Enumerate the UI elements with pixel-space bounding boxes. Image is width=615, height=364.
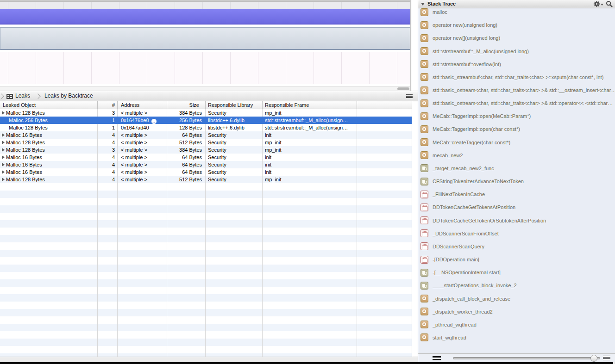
slider-thumb[interactable] bbox=[590, 355, 597, 362]
cell-address: < multiple > bbox=[121, 139, 165, 146]
library-badge-icon bbox=[420, 47, 428, 55]
table-view-icon bbox=[6, 94, 13, 99]
stack-frame[interactable]: operator new[](unsigned long) bbox=[418, 31, 615, 44]
stack-frame[interactable]: MeCab::TaggerImpl::open(MeCab::Param*) bbox=[418, 110, 615, 123]
table-row[interactable]: Malloc 128 Bytes 3 < multiple > 384 Byte… bbox=[0, 109, 412, 117]
stack-frame[interactable]: _FillNextTokenInCache bbox=[418, 188, 615, 201]
cell-size: 64 Bytes bbox=[167, 131, 202, 139]
library-badge-icon bbox=[420, 269, 428, 277]
stack-frame[interactable]: CFStringTokenizerAdvanceToNextToken bbox=[418, 175, 615, 188]
table-row[interactable]: Malloc 16 Bytes 4 < multiple > 64 Bytes … bbox=[0, 131, 412, 139]
disclosure-triangle-icon[interactable] bbox=[2, 163, 5, 167]
column-header-frame[interactable]: Responsible Frame bbox=[265, 101, 309, 109]
disclosure-triangle-icon[interactable] bbox=[2, 148, 5, 152]
disclosure-triangle-icon[interactable] bbox=[2, 155, 5, 159]
cell-library: Security bbox=[208, 176, 261, 183]
stack-frame[interactable]: -[__NSOperationInternal start] bbox=[418, 266, 615, 279]
column-divider[interactable] bbox=[167, 101, 167, 109]
cell-leaked-object: Malloc 128 Bytes bbox=[0, 139, 97, 146]
chart-right-edge bbox=[410, 0, 411, 91]
column-header-leaked-object[interactable]: Leaked Object bbox=[3, 101, 36, 109]
stack-frame[interactable]: _pthread_wqthread bbox=[418, 318, 615, 331]
table-row[interactable]: Malloc 128 Bytes 1 0x1647ad40 128 Bytes … bbox=[0, 124, 412, 131]
breadcrumb-bar: Leaks Leaks by Backtrace bbox=[0, 91, 418, 101]
collapse-frames-icon[interactable] bbox=[433, 356, 441, 360]
stack-frame[interactable]: std::strstreambuf::overflow(int) bbox=[418, 58, 615, 71]
table-row[interactable]: Malloc 16 Bytes 4 < multiple > 64 Bytes … bbox=[0, 154, 412, 161]
library-badge-icon bbox=[420, 333, 428, 341]
column-header-address[interactable]: Address bbox=[121, 101, 139, 109]
stack-frame[interactable]: std::basic_ostream<char, std::char_trait… bbox=[418, 84, 615, 97]
cell-leaked-object: Malloc 128 Bytes bbox=[0, 146, 97, 154]
cell-leaked-object: Malloc 128 Bytes bbox=[0, 176, 97, 183]
column-divider[interactable] bbox=[117, 101, 118, 109]
stack-frame[interactable]: -[DDOperation main] bbox=[418, 253, 615, 266]
expand-frames-icon[interactable] bbox=[603, 356, 610, 361]
cell-size: 64 Bytes bbox=[167, 168, 202, 176]
column-divider[interactable] bbox=[97, 101, 98, 109]
breadcrumb-leaks-by-backtrace[interactable]: Leaks by Backtrace bbox=[44, 91, 93, 101]
stack-frame[interactable]: _dispatch_call_block_and_release bbox=[418, 292, 615, 305]
cell-size: 384 Bytes bbox=[167, 146, 202, 154]
stack-frame[interactable]: std::strstreambuf::_M_alloc(unsigned lon… bbox=[418, 44, 615, 57]
stack-frame[interactable]: malloc bbox=[418, 6, 615, 19]
library-badge-icon bbox=[420, 242, 428, 250]
stack-frame[interactable]: _DDScannerScanFromOffset bbox=[418, 227, 615, 240]
cell-count: 1 bbox=[97, 124, 115, 131]
cell-size: 128 Bytes bbox=[167, 124, 202, 131]
horizontal-scrollbar[interactable] bbox=[0, 86, 410, 91]
stack-frame[interactable]: operator new(unsigned long) bbox=[418, 19, 615, 31]
table-row[interactable]: Malloc 128 Bytes 4 < multiple > 512 Byte… bbox=[0, 176, 412, 183]
stack-frame[interactable]: std::basic_ostream<char, std::char_trait… bbox=[418, 97, 615, 110]
library-badge-icon bbox=[420, 73, 428, 81]
stack-depth-slider[interactable] bbox=[453, 357, 600, 359]
cell-frame: std::strstreambuf::_M_alloc(unsign… bbox=[265, 117, 356, 124]
cell-leaked-object: Malloc 16 Bytes bbox=[0, 131, 97, 139]
stack-frame[interactable]: _dispatch_worker_thread2 bbox=[418, 305, 615, 318]
cell-frame: mp_init bbox=[265, 109, 356, 117]
stack-frame[interactable]: MeCab::createTagger(char const*) bbox=[418, 136, 615, 149]
stack-frame[interactable]: start_wqthread bbox=[418, 331, 615, 344]
disclosure-triangle-icon[interactable] bbox=[2, 133, 5, 137]
disclosure-triangle-icon[interactable] bbox=[2, 111, 5, 115]
selected-instrument-track[interactable] bbox=[0, 9, 410, 25]
stack-frame[interactable]: std::basic_streambuf<char, std::char_tra… bbox=[418, 71, 615, 84]
column-divider[interactable] bbox=[262, 101, 263, 109]
stack-frame[interactable]: DDScannerScanQuery bbox=[418, 240, 615, 253]
column-header-library[interactable]: Responsible Library bbox=[208, 101, 253, 109]
instruments-window: Leaks Leaks by Backtrace Leaked Object #… bbox=[0, 0, 615, 364]
column-divider[interactable] bbox=[205, 101, 206, 109]
cell-count: 3 bbox=[97, 146, 115, 154]
library-badge-icon bbox=[420, 308, 428, 315]
table-row[interactable]: Malloc 128 Bytes 4 < multiple > 512 Byte… bbox=[0, 139, 412, 146]
column-header-count[interactable]: # bbox=[97, 101, 115, 109]
table-row[interactable]: Malloc 16 Bytes 4 < multiple > 64 Bytes … bbox=[0, 168, 412, 176]
library-badge-icon bbox=[420, 112, 428, 120]
stack-frame[interactable]: mecab_new2 bbox=[418, 149, 615, 162]
table-bottom-strip bbox=[0, 357, 418, 362]
scrollbar-thumb[interactable] bbox=[397, 87, 409, 90]
disclosure-triangle-icon[interactable] bbox=[2, 170, 5, 174]
cell-frame: init bbox=[265, 168, 356, 176]
stack-frame[interactable]: DDTokenCacheGetTokensAtPosition bbox=[418, 201, 615, 214]
reveal-arrow-icon[interactable] bbox=[151, 119, 157, 124]
table-scrollbar-gutter[interactable] bbox=[412, 0, 418, 362]
column-divider[interactable] bbox=[357, 101, 357, 109]
cell-leaked-object: Malloc 256 Bytes bbox=[0, 117, 97, 124]
disclosure-triangle-icon[interactable] bbox=[2, 178, 5, 181]
stack-frame[interactable]: _target_mecab_new2_func bbox=[418, 162, 615, 175]
instrument-track[interactable] bbox=[0, 27, 410, 50]
stack-frame[interactable]: MeCab::TaggerImpl::open(char const*) bbox=[418, 123, 615, 136]
breadcrumb-leaks[interactable]: Leaks bbox=[15, 91, 30, 101]
table-row[interactable]: Malloc 16 Bytes 4 < multiple > 64 Bytes … bbox=[0, 161, 412, 168]
table-options-icon[interactable] bbox=[406, 94, 413, 99]
cell-library: libstdc++.6.dylib bbox=[208, 117, 261, 124]
column-header-size[interactable]: Size bbox=[167, 101, 199, 109]
table-row[interactable]: Malloc 128 Bytes 3 < multiple > 384 Byte… bbox=[0, 146, 412, 154]
stack-frame[interactable]: ____startOperations_block_invoke_2 bbox=[418, 279, 615, 292]
stack-frame[interactable]: DDTokenCacheGetTokenOrSubtokenAfterPosit… bbox=[418, 214, 615, 227]
table-row[interactable]: Malloc 256 Bytes 1 0x16476be0 256 Bytes … bbox=[0, 117, 412, 124]
cell-count: 1 bbox=[97, 117, 115, 124]
library-badge-icon bbox=[420, 295, 428, 302]
disclosure-triangle-icon[interactable] bbox=[2, 141, 5, 144]
